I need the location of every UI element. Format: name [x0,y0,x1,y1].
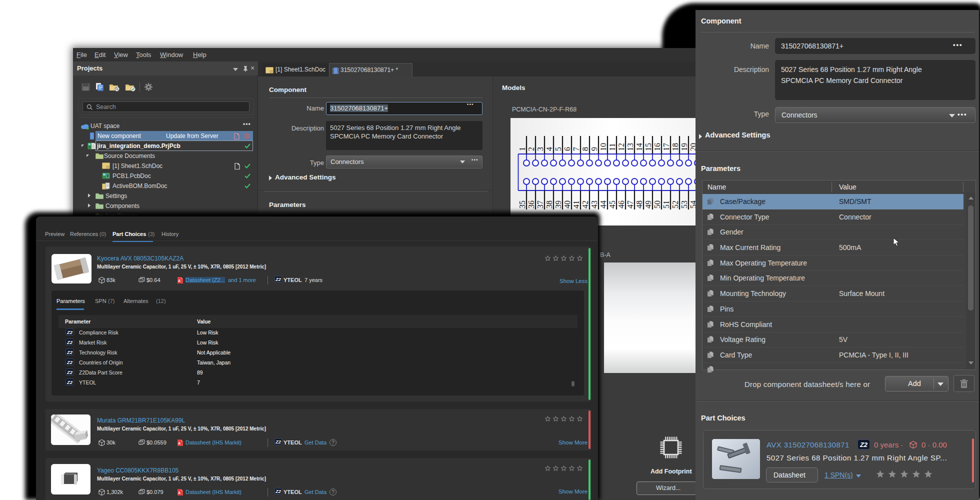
svg-text:16: 16 [653,143,662,151]
svg-text:43: 43 [590,200,598,208]
svg-text:47: 47 [626,200,634,208]
svg-text:37: 37 [536,200,544,208]
svg-text:36: 36 [527,200,536,208]
svg-text:52: 52 [671,200,680,208]
svg-text:3: 3 [536,147,544,151]
svg-text:50: 50 [653,200,662,208]
svg-text:49: 49 [644,200,652,208]
svg-text:11: 11 [608,144,616,151]
svg-text:18: 18 [671,143,680,151]
svg-text:5: 5 [554,147,562,151]
svg-text:40: 40 [563,200,572,208]
svg-text:20: 20 [689,143,696,151]
svg-text:A: A [178,279,180,282]
svg-text:7: 7 [572,147,580,151]
svg-text:6: 6 [563,147,572,151]
svg-text:15: 15 [644,143,652,151]
svg-text:4: 4 [545,147,554,151]
svg-text:19: 19 [680,143,688,151]
svg-text:51: 51 [662,200,670,208]
svg-text:1: 1 [518,147,526,151]
svg-text:54: 54 [689,200,696,208]
svg-text:12: 12 [617,143,626,151]
svg-text:A: A [178,442,180,445]
svg-text:13: 13 [626,143,634,151]
svg-text:41: 41 [572,200,580,208]
svg-text:39: 39 [554,200,562,208]
svg-text:38: 38 [545,200,554,208]
svg-text:9: 9 [590,147,598,151]
svg-text:A: A [178,491,180,494]
svg-text:46: 46 [617,200,626,208]
svg-text:10: 10 [599,143,608,151]
svg-text:8: 8 [581,147,590,151]
svg-text:53: 53 [680,200,688,208]
svg-text:44: 44 [599,200,608,208]
svg-text:48: 48 [635,200,644,208]
svg-text:35: 35 [518,200,526,208]
svg-text:2: 2 [527,147,536,151]
svg-text:14: 14 [635,143,644,151]
svg-text:42: 42 [581,200,590,208]
svg-text:17: 17 [662,143,670,151]
svg-text:45: 45 [608,200,616,208]
